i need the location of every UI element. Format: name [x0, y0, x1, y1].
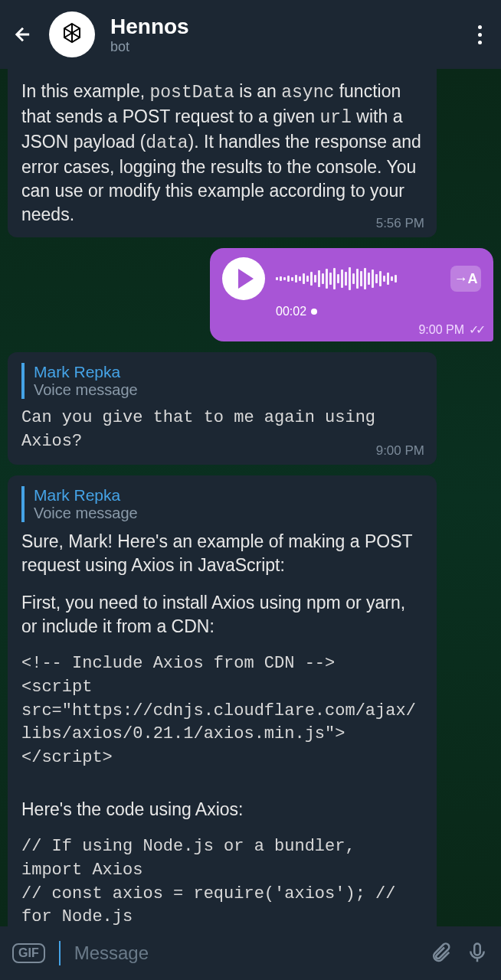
message-incoming[interactable]: Mark Repka Voice message Sure, Mark! Her…: [8, 475, 437, 926]
microphone-icon[interactable]: [466, 942, 489, 965]
message-time: 9:00 PM ✓✓: [418, 322, 483, 337]
transcribe-button[interactable]: →A: [450, 266, 481, 292]
read-checks-icon: ✓✓: [469, 322, 483, 337]
bot-avatar[interactable]: [49, 11, 95, 57]
code-block: // If using Node.js or a bundler, import…: [21, 835, 423, 926]
message-input[interactable]: [74, 942, 415, 964]
message-incoming[interactable]: In this example, postData is an async fu…: [8, 69, 437, 237]
reply-author: Mark Repka: [34, 363, 423, 381]
play-button[interactable]: [222, 257, 265, 300]
message-time: 5:56 PM: [376, 216, 424, 231]
reply-author: Mark Repka: [34, 486, 423, 505]
message-incoming[interactable]: Mark Repka Voice message Can you give th…: [8, 352, 437, 465]
chat-scroll-area[interactable]: In this example, postData is an async fu…: [0, 69, 501, 926]
message-paragraph: Sure, Mark! Here's an example of making …: [21, 530, 423, 577]
openai-logo-icon: [57, 19, 87, 50]
message-paragraph: Here's the code using Axios:: [21, 798, 423, 822]
chat-subtitle: bot: [110, 39, 455, 55]
svg-rect-0: [474, 944, 480, 956]
text-cursor: [59, 941, 61, 965]
reply-reference[interactable]: Mark Repka Voice message: [21, 363, 423, 399]
message-time: 9:00 PM: [376, 443, 424, 459]
gif-button[interactable]: GIF: [12, 943, 45, 963]
play-icon: [238, 269, 254, 289]
more-options-icon[interactable]: [470, 25, 489, 44]
unread-dot-icon: [311, 309, 317, 315]
message-input-bar: GIF: [0, 926, 501, 980]
attach-icon[interactable]: [429, 942, 452, 965]
message-paragraph: First, you need to install Axios using n…: [21, 591, 423, 639]
header-text[interactable]: Hennos bot: [110, 15, 455, 55]
reply-type: Voice message: [34, 381, 423, 399]
reply-type: Voice message: [34, 505, 423, 522]
reply-reference[interactable]: Mark Repka Voice message: [21, 486, 423, 522]
chat-header: Hennos bot: [0, 0, 501, 69]
voice-duration: 00:02: [276, 305, 481, 318]
message-outgoing-voice[interactable]: →A 00:02 9:00 PM ✓✓: [210, 248, 493, 341]
back-arrow-icon[interactable]: [12, 24, 34, 45]
chat-title: Hennos: [110, 15, 455, 39]
message-text: In this example, postData is an async fu…: [21, 80, 423, 227]
message-text: Can you give that to me again using Axio…: [21, 407, 423, 454]
code-block: <!-- Include Axios from CDN --> <script …: [21, 652, 423, 770]
voice-waveform[interactable]: [276, 266, 440, 291]
